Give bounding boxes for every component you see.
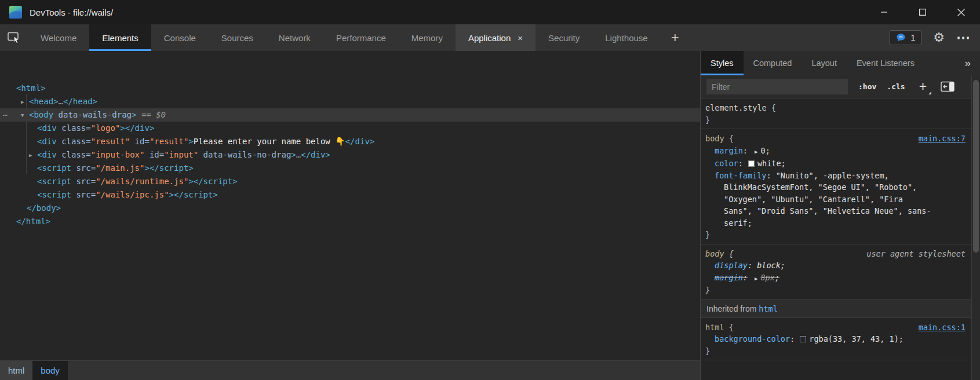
tab-performance[interactable]: Performance (323, 24, 399, 51)
tab-lighthouse[interactable]: Lighthouse (592, 24, 660, 51)
sidebar-tabs: StylesComputedLayoutEvent Listeners» (701, 51, 980, 75)
code-segment: src= (71, 177, 96, 186)
toggle-computed-sidebar-icon[interactable] (941, 81, 955, 92)
property-name[interactable]: font-family (715, 171, 766, 180)
tab-sources[interactable]: Sources (209, 24, 266, 51)
expand-arrow-icon[interactable]: ▶ (21, 96, 24, 109)
tab-label: Memory (411, 33, 443, 43)
code-segment: class= (57, 150, 91, 159)
property-value[interactable]: white (757, 159, 781, 168)
property-colon: : (743, 273, 748, 282)
css-property[interactable]: color: white; (705, 158, 933, 170)
tab-label: Lighthouse (605, 33, 647, 43)
dom-tree-row[interactable]: ⋯▼<body data-wails-drag> == $0 (0, 108, 700, 122)
new-style-rule-button[interactable]: + (916, 80, 930, 93)
styles-filter-input[interactable] (706, 79, 848, 94)
dom-tree-row[interactable]: <script src="/main.js"></script> (0, 162, 700, 175)
property-name[interactable]: color (715, 159, 738, 168)
code-segment: "/wails/runtime.js" (96, 177, 188, 186)
row-more-icon[interactable]: ⋯ (3, 108, 8, 122)
css-property[interactable]: display: block; (705, 260, 933, 272)
tab-memory[interactable]: Memory (399, 24, 456, 51)
property-name[interactable]: margin (715, 146, 743, 155)
close-brace: } (705, 345, 966, 357)
tab-welcome[interactable]: Welcome (28, 24, 89, 51)
rule-selector[interactable]: element.style (705, 103, 767, 112)
color-swatch[interactable] (800, 336, 806, 342)
stylesheet-link[interactable]: main.css:7 (919, 133, 966, 145)
property-value[interactable]: 8px (760, 273, 774, 282)
sidebar-tab-computed[interactable]: Computed (744, 51, 802, 75)
expand-arrow-icon[interactable]: ▶ (29, 149, 32, 162)
css-property[interactable]: margin: ▶8px; (705, 272, 933, 285)
code-segment: "logo" (91, 123, 121, 133)
minimize-button[interactable] (865, 0, 904, 24)
rule-selector[interactable]: html (705, 323, 724, 332)
code-segment: "/wails/ipc.js" (96, 190, 169, 199)
tab-console[interactable]: Console (151, 24, 209, 51)
code-segment: > (291, 150, 296, 159)
inspect-element-button[interactable] (0, 24, 28, 51)
stylesheet-link[interactable]: main.css:1 (919, 321, 966, 334)
property-semicolon: ; (748, 218, 752, 228)
color-swatch[interactable] (748, 160, 755, 167)
devtools-app-icon (9, 6, 22, 19)
dom-tree-row[interactable]: ▶<head>…</head> (0, 95, 700, 108)
styles-scrollbar[interactable] (971, 75, 980, 380)
code-segment: <div (37, 137, 57, 146)
property-value[interactable]: 0 (760, 146, 765, 155)
sidebar-tab-event-listeners[interactable]: Event Listeners (847, 51, 924, 75)
tab-security[interactable]: Security (535, 24, 592, 51)
code-segment: <script (37, 163, 71, 173)
dom-tree-row[interactable]: ▶<div class="input-box" id="input" data-… (0, 148, 700, 162)
breadcrumb-body[interactable]: body (32, 361, 68, 380)
expand-value-arrow-icon[interactable]: ▶ (755, 273, 757, 285)
sidebar-tab-layout[interactable]: Layout (802, 51, 847, 75)
css-rule: element.style {} (701, 98, 971, 129)
dom-tree-row[interactable]: <div class="logo"></div> (0, 122, 700, 135)
code-segment: <div (37, 150, 57, 159)
tab-network[interactable]: Network (266, 24, 323, 51)
property-name[interactable]: display (715, 261, 748, 270)
title-bar: DevTools - file://wails/ (0, 0, 980, 24)
more-tabs-chevron-icon[interactable]: » (955, 51, 980, 75)
expand-value-arrow-icon[interactable]: ▶ (755, 146, 757, 158)
issues-counter-button[interactable]: 1 (890, 30, 921, 45)
more-options-icon[interactable]: ⋯ (956, 34, 971, 41)
css-property[interactable]: margin: ▶0; (705, 145, 933, 158)
add-tab-button[interactable]: + (661, 24, 690, 51)
code-segment: <script (37, 177, 71, 186)
breadcrumb-html[interactable]: html (0, 361, 32, 380)
property-value[interactable]: rgba(33, 37, 43, 1) (809, 334, 898, 344)
property-semicolon: ; (781, 159, 786, 168)
code-segment: > (188, 137, 193, 146)
tab-elements[interactable]: Elements (89, 24, 151, 51)
settings-gear-icon[interactable]: ⚙ (933, 31, 945, 44)
dom-tree-row[interactable]: <div class="result" id="result">Please e… (0, 135, 700, 148)
property-value[interactable]: block (757, 261, 781, 270)
dom-tree-row[interactable]: </html> (0, 215, 700, 228)
maximize-button[interactable] (904, 0, 942, 24)
property-name[interactable]: margin (715, 273, 743, 282)
dom-tree-row[interactable]: <script src="/wails/runtime.js"></script… (0, 175, 700, 188)
dom-tree-row[interactable]: <script src="/wails/ipc.js"></script> (0, 188, 700, 202)
sidebar-tab-styles[interactable]: Styles (701, 51, 744, 75)
rule-selector[interactable]: body (705, 249, 724, 258)
issues-count: 1 (910, 33, 915, 42)
scrollbar-thumb[interactable] (973, 80, 979, 253)
close-button[interactable] (942, 0, 980, 24)
code-segment: id= (144, 150, 164, 159)
rule-selector[interactable]: body (705, 134, 724, 143)
collapse-arrow-icon[interactable]: ▼ (21, 109, 24, 122)
code-segment: </div> (345, 137, 375, 146)
css-property[interactable]: font-family: "Nunito", -apple-system, Bl… (705, 170, 933, 229)
property-name[interactable]: background-color (715, 334, 790, 344)
tab-application[interactable]: Application× (456, 24, 535, 51)
inherited-node-link[interactable]: html (759, 304, 778, 313)
css-property[interactable]: background-color: rgba(33, 37, 43, 1); (705, 333, 933, 345)
close-tab-icon[interactable]: × (518, 33, 523, 43)
dom-tree-row[interactable]: </body> (0, 202, 700, 215)
toggle-pseudo-state-button[interactable]: :hov (858, 82, 876, 91)
toggle-element-classes-button[interactable]: .cls (887, 82, 905, 91)
dom-tree-row[interactable]: <html> (0, 82, 700, 95)
